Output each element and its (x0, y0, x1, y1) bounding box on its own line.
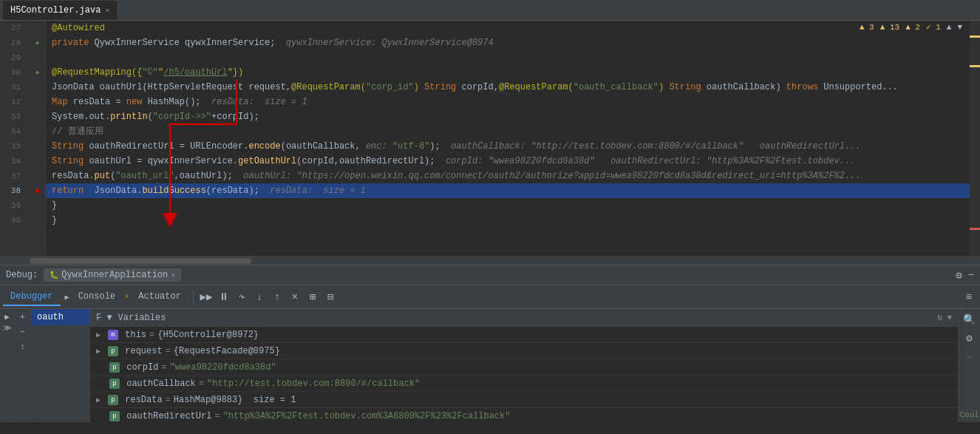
debug-app-close-icon[interactable]: ✕ (171, 271, 175, 279)
trace-btn[interactable]: ⊟ (322, 289, 338, 305)
line-num-32: 32 (0, 95, 25, 109)
var-icon-p-request: p (108, 346, 118, 356)
line-numbers: 27 28 29 30 31 32 33 34 35 36 37 38 39 4… (0, 21, 30, 256)
line-num-36: 36 (0, 154, 25, 169)
step-over-btn[interactable]: ↷ (234, 289, 250, 305)
var-row-resdata: ▶ p resData = HashMap@9883} size = 1 (90, 392, 958, 408)
gutter-35 (30, 139, 45, 154)
var-sidebar-oauth[interactable]: oauth (31, 309, 89, 326)
var-header: F ▼ Variables N ▼ (90, 309, 958, 327)
tab-debugger[interactable]: Debugger (3, 288, 61, 306)
right-search-panel: 🔍 ⚙ … Coul (958, 309, 980, 422)
gutter-38: ● (30, 183, 45, 198)
debug-app-tab[interactable]: 🐛 QywxInnerApplication ✕ (44, 268, 181, 282)
line-num-35: 35 (0, 139, 25, 154)
minimap-warn-2 (970, 65, 980, 67)
line-num-29: 29 (0, 50, 25, 65)
console-tab-group: ▶ Console (65, 288, 123, 306)
collapse-icon[interactable]: … (967, 350, 972, 361)
sep-1 (193, 291, 194, 304)
scrollbar-thumb[interactable] (30, 258, 251, 264)
gutter: ● ● ● (30, 21, 46, 256)
code-line-37: resData.put("oauth_url",oauthUrl); oauth… (46, 169, 970, 183)
minimap-warn-1 (970, 35, 980, 38)
right-toolbar-btns: ≡ (961, 289, 977, 305)
indicator-warn13: ▲ 13 (880, 23, 899, 32)
code-line-38: return JsonData.buildSuccess(resData); r… (46, 183, 970, 198)
code-lines: @Autowired private QywxInnerService qywx… (46, 21, 970, 256)
var-list: ▶ m this = {H5Controller@8972} ▶ p reque… (90, 327, 958, 422)
var-icon-p-callback: p (109, 379, 120, 389)
tab-actuator[interactable]: Actuator (131, 288, 188, 306)
tab-close-icon[interactable]: ✕ (105, 6, 109, 15)
gutter-33 (30, 109, 45, 124)
gutter-32 (30, 95, 45, 109)
gear-icon[interactable]: ⚙ (956, 269, 962, 282)
var-icon-p-corpid: p (109, 362, 120, 373)
line-num-40: 40 (0, 213, 25, 228)
expand-resdata-icon[interactable]: ▶ (96, 396, 101, 404)
indicator-check1: ✓ 1 (926, 22, 941, 32)
expand-this-icon[interactable]: ▶ (96, 330, 101, 339)
variables-panel: ▶ ≫ + − ↕ oauth F ▼ Variables N ▼ ▶ m th… (0, 309, 980, 422)
remove-watch-btn[interactable]: − (16, 325, 30, 339)
gutter-27 (30, 21, 45, 35)
nav-up-icon[interactable]: ▲ (947, 23, 952, 32)
left-side-nav: ▶ ≫ (0, 309, 15, 422)
loaded-indicator: Coul (956, 407, 980, 422)
var-collapse-btn[interactable]: N ▼ (937, 313, 952, 322)
pause-btn[interactable]: ⏸ (216, 289, 232, 305)
code-line-30: @RequestMapping({"©""/h5/oauthUrl"}) (46, 65, 970, 80)
variables-title: Variables (118, 313, 166, 323)
line-num-30: 30 (0, 65, 25, 80)
code-line-36: String oauthUrl = qywxInnerService.getOa… (46, 154, 970, 169)
sort-watch-btn[interactable]: ↕ (16, 340, 30, 353)
gutter-34 (30, 124, 45, 139)
gutter-29 (30, 50, 45, 65)
resume-btn[interactable]: ▶▶ (198, 289, 214, 305)
expand-request-icon[interactable]: ▶ (96, 347, 101, 356)
code-line-33: System.out.println("corpId->>"+corpId); (46, 109, 970, 124)
var-controls: + − ↕ (15, 309, 31, 422)
var-icon-p-redirect: p (109, 411, 120, 421)
tab-console[interactable]: Console (71, 288, 123, 306)
line-num-38: 38 (0, 183, 25, 198)
run-to-cursor-btn[interactable]: × (287, 289, 303, 305)
gutter-39 (30, 198, 45, 213)
search-icon[interactable]: 🔍 (960, 311, 979, 329)
gutter-31 (30, 80, 45, 95)
bug-icon: 🐛 (50, 271, 58, 279)
tab-h5controller[interactable]: H5Controller.java ✕ (3, 1, 117, 20)
evaluate-btn[interactable]: ⊞ (304, 289, 321, 305)
code-line-32: Map resData = new HashMap(); resData: si… (46, 95, 970, 109)
side-nav-btn2[interactable]: ≫ (3, 323, 12, 333)
step-out-btn[interactable]: ↑ (269, 289, 285, 305)
code-line-27: @Autowired (46, 21, 970, 35)
var-row-oauthcallback: p oauthCallback = "http://test.tobdev.co… (90, 376, 958, 392)
debug-app-name: QywxInnerApplication (61, 270, 168, 280)
actuator-tab-group: ⚡ Actuator (124, 288, 188, 306)
var-sidebar: oauth (31, 309, 90, 422)
gutter-40 (30, 213, 45, 228)
layout-btn[interactable]: ≡ (961, 289, 977, 305)
line-num-33: 33 (0, 109, 25, 124)
step-into-btn[interactable]: ↓ (251, 289, 268, 305)
gutter-37 (30, 169, 45, 183)
horizontal-scrollbar[interactable] (0, 256, 980, 265)
line-num-28: 28 (0, 35, 25, 50)
var-row-corpid: p corpId = "wwea98220fdcd8a38d" (90, 359, 958, 376)
nav-down-icon[interactable]: ▼ (957, 23, 962, 32)
line-num-37: 37 (0, 169, 25, 183)
debug-label: Debug: (6, 270, 38, 280)
side-nav-btn[interactable]: ▶ (2, 312, 12, 322)
code-line-35: String oauthRedirectUrl = URLEncoder.enc… (46, 139, 970, 154)
settings-icon[interactable]: ⚙ (963, 329, 975, 347)
line-num-27: 27 (0, 21, 25, 35)
indicator-warn3: ▲ 3 (860, 23, 874, 32)
add-watch-btn[interactable]: + (16, 311, 30, 324)
indicator-warn2: ▲ 2 (905, 23, 920, 32)
minimize-icon[interactable]: − (968, 269, 974, 281)
var-row-redirect: p oauthRedirectUrl = "http%3A%2F%2Ftest.… (90, 408, 958, 422)
var-icon-m-this: m (108, 330, 118, 340)
gutter-36 (30, 154, 45, 169)
